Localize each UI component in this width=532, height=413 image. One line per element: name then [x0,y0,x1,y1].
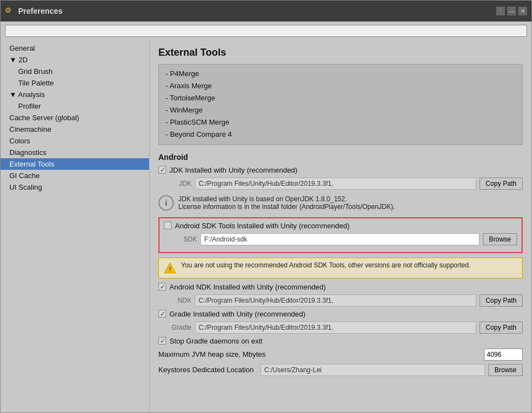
stop-gradle-row: Stop Gradle daemons on exit [158,337,523,345]
gradle-checkbox[interactable] [158,310,166,318]
merge-tool-item: - TortoiseMerge [166,92,515,104]
ndk-path-value: C:/Program Files/Unity/Hub/Editor/2019.3… [195,294,476,307]
window-controls: ⋮ — ✕ [496,7,527,15]
jdk-checkbox-text: JDK Installed with Unity (recommended) [169,166,297,174]
info-icon: i [158,195,174,211]
ndk-checkbox-label[interactable]: Android NDK Installed with Unity (recomm… [158,283,326,291]
merge-tools-list: - P4Merge - Araxis Merge - TortoiseMerge… [158,64,523,145]
sidebar: General ▼ 2D Grid Brush Tile Palette ▼ A… [1,40,150,412]
gradle-checkbox-row: Gradle Installed with Unity (recommended… [158,310,523,318]
gradle-checkbox-label[interactable]: Gradle Installed with Unity (recommended… [158,310,305,318]
sidebar-item-analysis[interactable]: ▼ Analysis [1,89,149,100]
ndk-checkbox[interactable] [158,283,166,291]
sidebar-item-colors[interactable]: Colors [1,135,149,147]
sidebar-item-gi-cache[interactable]: GI Cache [1,170,149,181]
sidebar-item-external-tools[interactable]: External Tools [1,158,149,170]
sdk-field-row: SDK F:/Android-sdk Browse [164,233,517,245]
stop-gradle-checkbox[interactable] [158,337,166,345]
gradle-path-value: C:/Program Files/Unity/Hub/Editor/2019.3… [195,321,476,334]
sdk-section: Android SDK Tools Installed with Unity (… [158,217,523,253]
ndk-checkbox-text: Android NDK Installed with Unity (recomm… [169,283,326,291]
gradle-field-row: Gradle C:/Program Files/Unity/Hub/Editor… [158,321,523,334]
jdk-info-box: i JDK installed with Unity is based on O… [158,193,523,213]
sdk-checkbox[interactable] [164,222,172,229]
max-jvm-row: Maximum JVM heap size, Mbytes [158,348,523,361]
search-input[interactable] [5,25,527,37]
sidebar-item-cinemachine[interactable]: Cinemachine [1,124,149,135]
titlebar: ⚙ Preferences ⋮ — ✕ [1,1,531,22]
stop-gradle-text: Stop Gradle daemons on exit [169,337,262,345]
preferences-window: ⚙ Preferences ⋮ — ✕ General ▼ 2D Grid Br… [0,0,532,413]
gradle-copy-path-button[interactable]: Copy Path [480,321,523,334]
sidebar-item-tile-palette[interactable]: Tile Palette [1,77,149,89]
minimize-button[interactable]: — [507,7,516,15]
keystores-row: Keystores Dedicated Location C:/Users/Zh… [158,364,523,376]
jdk-info-text: JDK installed with Unity is based on Ope… [178,195,395,211]
search-bar [1,22,531,40]
main-content: General ▼ 2D Grid Brush Tile Palette ▼ A… [1,40,531,412]
sdk-path-value: F:/Android-sdk [200,233,480,245]
merge-tool-item: - WinMerge [166,104,515,116]
sidebar-item-grid-brush[interactable]: Grid Brush [1,66,149,77]
sidebar-item-2d[interactable]: ▼ 2D [1,54,149,66]
svg-text:!: ! [169,266,171,272]
sidebar-item-cache-server[interactable]: Cache Server (global) [1,112,149,124]
jdk-field-row: JDK C:/Program Files/Unity/Hub/Editor/20… [158,178,523,190]
window-title: Preferences [18,7,496,15]
keystores-label: Keystores Dedicated Location [158,366,254,374]
ndk-field-row: NDK C:/Program Files/Unity/Hub/Editor/20… [158,294,523,307]
merge-tool-item: - Beyond Compare 4 [166,128,515,141]
sidebar-item-ui-scaling[interactable]: UI Scaling [1,181,149,193]
jdk-copy-path-button[interactable]: Copy Path [480,178,523,190]
stop-gradle-label[interactable]: Stop Gradle daemons on exit [158,337,262,345]
ndk-checkbox-row: Android NDK Installed with Unity (recomm… [158,283,523,291]
options-button[interactable]: ⋮ [496,7,505,15]
sidebar-item-general[interactable]: General [1,42,149,54]
merge-tool-item: - PlasticSCM Merge [166,116,515,128]
jdk-checkbox-row: JDK Installed with Unity (recommended) [158,166,523,174]
close-button[interactable]: ✕ [518,7,527,15]
sdk-browse-button[interactable]: Browse [483,233,517,245]
merge-tool-item: - P4Merge [166,68,515,80]
sdk-checkbox-label[interactable]: Android SDK Tools Installed with Unity (… [164,222,349,230]
keystores-value: C:/Users/Zhang-Lei [260,364,485,376]
sdk-checkbox-row: Android SDK Tools Installed with Unity (… [164,222,517,230]
sidebar-item-diagnostics[interactable]: Diagnostics [1,147,149,158]
gear-icon: ⚙ [5,6,15,16]
max-jvm-label: Maximum JVM heap size, Mbytes [158,350,481,358]
sidebar-item-profiler[interactable]: Profiler [1,100,149,112]
android-section-header: Android [158,153,523,162]
sdk-warning-box: ! You are not using the recommended Andr… [158,258,523,278]
keystores-browse-button[interactable]: Browse [488,364,523,376]
sdk-field-label: SDK [164,235,197,243]
jdk-field-label: JDK [158,180,191,187]
jdk-checkbox-label[interactable]: JDK Installed with Unity (recommended) [158,166,297,174]
gradle-field-label: Gradle [158,324,191,331]
warning-icon: ! [163,261,177,275]
ndk-field-label: NDK [158,297,191,304]
sdk-checkbox-text: Android SDK Tools Installed with Unity (… [175,222,349,230]
gradle-checkbox-text: Gradle Installed with Unity (recommended… [169,310,305,318]
jdk-path-value: C:/Program Files/Unity/Hub/Editor/2019.3… [195,178,476,190]
max-jvm-input[interactable] [484,348,523,361]
ndk-copy-path-button[interactable]: Copy Path [480,294,523,307]
content-area: External Tools - P4Merge - Araxis Merge … [150,40,531,412]
merge-tool-item: - Araxis Merge [166,80,515,92]
jdk-checkbox[interactable] [158,166,166,174]
page-title: External Tools [158,47,523,58]
sdk-warning-text: You are not using the recommended Androi… [181,261,471,269]
